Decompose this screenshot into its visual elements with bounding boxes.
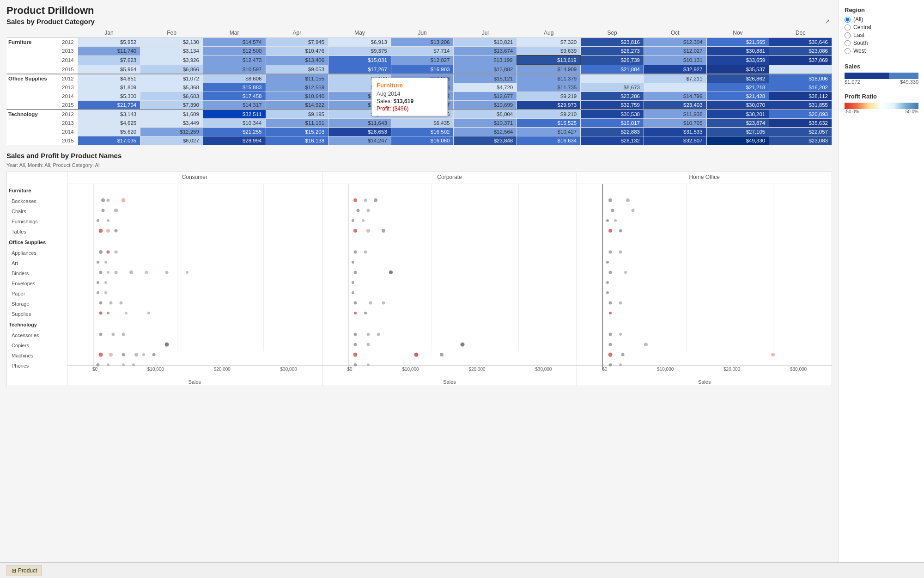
cell-Technology-2015-6[interactable]: $23,848 — [454, 136, 517, 145]
cell-Technology-2013-9[interactable]: $10,705 — [644, 119, 706, 128]
cell-Office Supplies-2013-7[interactable]: $11,735 — [517, 83, 581, 92]
radio-south-input[interactable] — [845, 40, 851, 46]
cell-Technology-2014-9[interactable]: $31,533 — [644, 128, 706, 136]
cell-Furniture-2015-5[interactable]: $16,903 — [391, 65, 454, 74]
cell-Office Supplies-2015-3[interactable]: $14,922 — [266, 101, 328, 110]
cell-Office Supplies-2015-2[interactable]: $14,317 — [203, 101, 266, 110]
radio-west[interactable]: West — [845, 48, 918, 54]
cell-Technology-2012-8[interactable]: $30,538 — [581, 110, 644, 119]
cell-Furniture-2013-9[interactable]: $12,027 — [644, 47, 706, 56]
cell-Furniture-2014-3[interactable]: $13,406 — [266, 55, 328, 65]
cell-Office Supplies-2012-7[interactable]: $11,379 — [517, 74, 581, 83]
radio-central[interactable]: Central — [845, 24, 918, 31]
cell-Technology-2014-8[interactable]: $22,883 — [581, 128, 644, 136]
cell-Technology-2012-7[interactable]: $9,210 — [517, 110, 581, 119]
cell-Technology-2012-3[interactable]: $9,195 — [266, 110, 328, 119]
cell-Furniture-2012-1[interactable]: $2,130 — [140, 38, 203, 47]
cell-Office Supplies-2013-3[interactable]: $12,559 — [266, 83, 328, 92]
cell-Furniture-2015-7[interactable]: $14,909 — [517, 65, 581, 74]
cell-Office Supplies-2014-3[interactable]: $10,640 — [266, 92, 328, 101]
cell-Furniture-2015-2[interactable]: $10,597 — [203, 65, 266, 74]
cell-Technology-2012-11[interactable]: $20,893 — [769, 110, 832, 119]
cell-Office Supplies-2015-1[interactable]: $7,390 — [140, 101, 203, 110]
cell-Furniture-2013-5[interactable]: $7,714 — [391, 47, 454, 56]
cell-Office Supplies-2012-6[interactable]: $15,121 — [454, 74, 517, 83]
cell-Office Supplies-2014-11[interactable]: $38,112 — [769, 92, 832, 101]
cell-Furniture-2012-5[interactable]: $13,206 — [391, 38, 454, 47]
cell-Office Supplies-2012-0[interactable]: $4,851 — [78, 74, 140, 83]
cell-Technology-2013-6[interactable]: $10,371 — [454, 119, 517, 128]
cell-Furniture-2015-1[interactable]: $6,866 — [140, 65, 203, 74]
cell-Office Supplies-2013-1[interactable]: $5,368 — [140, 83, 203, 92]
radio-west-input[interactable] — [845, 48, 851, 54]
cell-Office Supplies-2012-9[interactable]: $7,211 — [644, 74, 706, 83]
cell-Technology-2013-11[interactable]: $35,632 — [769, 119, 832, 128]
cell-Technology-2013-2[interactable]: $10,344 — [203, 119, 266, 128]
cell-Office Supplies-2015-8[interactable]: $32,759 — [581, 101, 644, 110]
export-icon[interactable]: ↗ — [825, 18, 830, 25]
cell-Technology-2012-1[interactable]: $1,609 — [140, 110, 203, 119]
cell-Technology-2015-5[interactable]: $16,060 — [391, 136, 454, 145]
cell-Office Supplies-2015-6[interactable]: $10,699 — [454, 101, 517, 110]
cell-Furniture-2015-11[interactable] — [769, 65, 832, 74]
cell-Furniture-2014-5[interactable]: $12,027 — [391, 55, 454, 65]
cell-Furniture-2014-11[interactable]: $37,069 — [769, 55, 832, 65]
cell-Furniture-2012-7[interactable]: $7,320 — [517, 38, 581, 47]
cell-Technology-2014-11[interactable]: $22,057 — [769, 128, 832, 136]
cell-Technology-2013-10[interactable]: $23,874 — [706, 119, 769, 128]
radio-all-input[interactable] — [845, 17, 851, 23]
radio-east[interactable]: East — [845, 32, 918, 38]
cell-Technology-2014-0[interactable]: $5,620 — [78, 128, 140, 136]
cell-Technology-2013-3[interactable]: $11,161 — [266, 119, 328, 128]
cell-Technology-2012-10[interactable]: $30,201 — [706, 110, 769, 119]
cell-Technology-2015-7[interactable]: $16,634 — [517, 136, 581, 145]
cell-Technology-2015-1[interactable]: $6,027 — [140, 136, 203, 145]
cell-Furniture-2015-8[interactable]: $21,884 — [581, 65, 644, 74]
cell-Technology-2014-2[interactable]: $21,255 — [203, 128, 266, 136]
cell-Office Supplies-2012-3[interactable]: $11,155 — [266, 74, 328, 83]
cell-Technology-2012-6[interactable]: $8,004 — [454, 110, 517, 119]
cell-Technology-2014-1[interactable]: $12,259 — [140, 128, 203, 136]
cell-Furniture-2013-0[interactable]: $11,740 — [78, 47, 140, 56]
cell-Technology-2014-5[interactable]: $16,502 — [391, 128, 454, 136]
cell-Furniture-2015-9[interactable]: $32,927 — [644, 65, 706, 74]
cell-Office Supplies-2012-8[interactable] — [581, 74, 644, 83]
cell-Office Supplies-2015-0[interactable]: $21,704 — [78, 101, 140, 110]
cell-Furniture-2014-4[interactable]: $15,031 — [328, 55, 391, 65]
cell-Office Supplies-2015-10[interactable]: $30,070 — [706, 101, 769, 110]
cell-Furniture-2012-0[interactable]: $5,952 — [78, 38, 140, 47]
cell-Furniture-2012-11[interactable]: $30,646 — [769, 38, 832, 47]
cell-Office Supplies-2014-10[interactable]: $21,428 — [706, 92, 769, 101]
cell-Technology-2015-10[interactable]: $49,330 — [706, 136, 769, 145]
cell-Technology-2013-8[interactable]: $19,017 — [581, 119, 644, 128]
cell-Furniture-2013-4[interactable]: $9,375 — [328, 47, 391, 56]
cell-Technology-2014-6[interactable]: $12,564 — [454, 128, 517, 136]
cell-Technology-2015-3[interactable]: $16,138 — [266, 136, 328, 145]
cell-Furniture-2015-10[interactable]: $35,537 — [706, 65, 769, 74]
cell-Office Supplies-2015-11[interactable]: $31,855 — [769, 101, 832, 110]
cell-Technology-2014-10[interactable]: $27,105 — [706, 128, 769, 136]
cell-Technology-2013-4[interactable]: $11,643 — [328, 119, 391, 128]
cell-Furniture-2015-3[interactable]: $9,053 — [266, 65, 328, 74]
cell-Office Supplies-2014-9[interactable]: $14,799 — [644, 92, 706, 101]
cell-Office Supplies-2014-8[interactable]: $23,286 — [581, 92, 644, 101]
radio-all[interactable]: (All) — [845, 16, 918, 23]
cell-Technology-2012-9[interactable]: $11,938 — [644, 110, 706, 119]
cell-Office Supplies-2012-1[interactable]: $1,072 — [140, 74, 203, 83]
cell-Office Supplies-2013-8[interactable]: $8,673 — [581, 83, 644, 92]
cell-Office Supplies-2014-1[interactable]: $6,683 — [140, 92, 203, 101]
cell-Furniture-2014-7[interactable]: $13,619 — [517, 55, 581, 65]
cell-Furniture-2013-10[interactable]: $30,881 — [706, 47, 769, 56]
cell-Furniture-2013-1[interactable]: $3,134 — [140, 47, 203, 56]
cell-Furniture-2015-4[interactable]: $17,267 — [328, 65, 391, 74]
radio-central-input[interactable] — [845, 25, 851, 31]
cell-Office Supplies-2013-6[interactable]: $4,720 — [454, 83, 517, 92]
radio-south[interactable]: South — [845, 40, 918, 46]
cell-Technology-2013-7[interactable]: $15,525 — [517, 119, 581, 128]
cell-Office Supplies-2014-6[interactable]: $12,677 — [454, 92, 517, 101]
cell-Furniture-2012-9[interactable]: $12,304 — [644, 38, 706, 47]
cell-Office Supplies-2015-9[interactable]: $23,403 — [644, 101, 706, 110]
cell-Furniture-2012-8[interactable]: $23,816 — [581, 38, 644, 47]
cell-Furniture-2012-4[interactable]: $6,913 — [328, 38, 391, 47]
cell-Furniture-2013-8[interactable]: $26,273 — [581, 47, 644, 56]
